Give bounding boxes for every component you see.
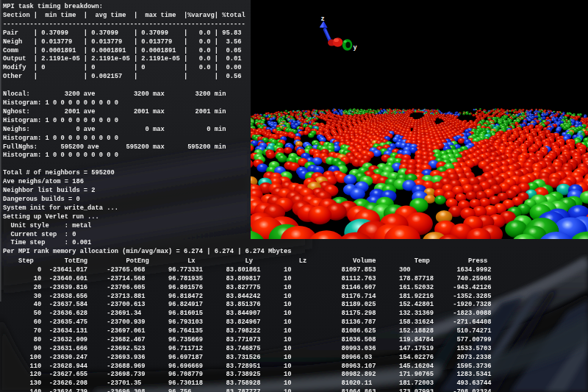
svg-text:z: z: [321, 15, 325, 23]
svg-text:y: y: [354, 44, 357, 51]
